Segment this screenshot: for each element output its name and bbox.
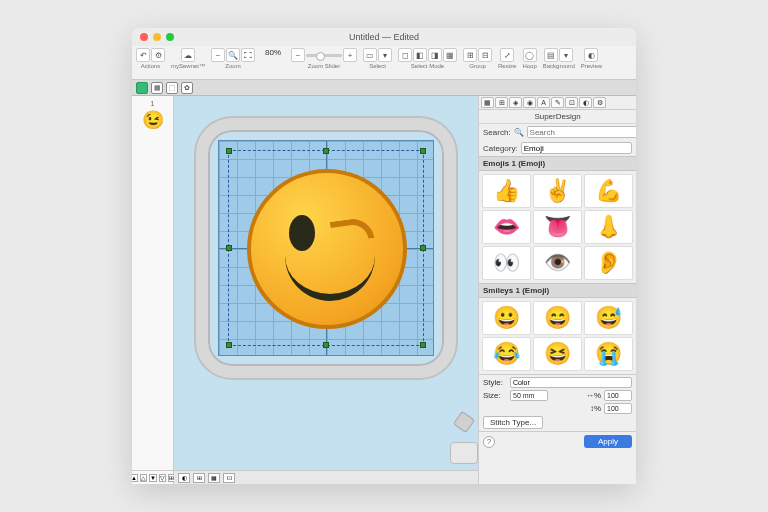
redo-button[interactable]: ⚙ [151, 48, 165, 62]
stitch-type-button[interactable]: Stitch Type... [483, 416, 543, 429]
tab-design[interactable] [136, 82, 148, 94]
emoji-item[interactable]: 👅 [533, 210, 582, 244]
toolbar-group-label: Group [469, 63, 486, 69]
select-rect-button[interactable]: ▭ [363, 48, 377, 62]
design-thumbnail[interactable]: 1 😉 [137, 100, 169, 133]
handle-r[interactable] [420, 245, 426, 251]
zoom-plus-button[interactable]: + [343, 48, 357, 62]
search-input[interactable] [527, 126, 636, 138]
width-pct-input[interactable]: 100 [604, 390, 632, 401]
cf-2[interactable]: ⊞ [193, 473, 205, 483]
toolbar-selmode-label: Select Mode [411, 63, 444, 69]
handle-t[interactable] [323, 148, 329, 154]
toolbar: ↶⚙Actions ☁mySewnet™ −🔍⛶Zoom 80% −+Zoom … [132, 46, 636, 80]
handle-tl[interactable] [226, 148, 232, 154]
zoom-fit-button[interactable]: ⛶ [241, 48, 255, 62]
cf-3[interactable]: ▦ [208, 473, 220, 483]
smiley-item[interactable]: 😂 [482, 337, 531, 371]
ptab-6[interactable]: ✎ [551, 97, 564, 108]
apply-button[interactable]: Apply [584, 435, 632, 448]
ptab-1[interactable]: ▦ [481, 97, 494, 108]
smiley-item[interactable]: 😅 [584, 301, 633, 335]
smiley-item[interactable]: 😭 [584, 337, 633, 371]
tab-2[interactable]: ▦ [151, 82, 163, 94]
search-label: Search: [483, 128, 511, 137]
hoop-button[interactable]: ◯ [523, 48, 537, 62]
left-footer: ▲ △ ▼ ▽ ⊞ [132, 470, 173, 484]
style-select[interactable] [510, 377, 632, 388]
selection-box[interactable] [228, 150, 424, 346]
zoom-slider[interactable] [306, 54, 342, 57]
zoom-minus-button[interactable]: − [291, 48, 305, 62]
titlebar: Untitled — Edited [132, 28, 636, 46]
handle-l[interactable] [226, 245, 232, 251]
lf-2[interactable]: △ [140, 474, 147, 482]
emoji-item[interactable]: 👀 [482, 246, 531, 280]
face-wink-brow [330, 216, 375, 244]
preview-button[interactable]: ◐ [584, 48, 598, 62]
ptab-7[interactable]: ⊡ [565, 97, 578, 108]
cf-1[interactable]: ◐ [178, 473, 190, 483]
smiley-item[interactable]: 😆 [533, 337, 582, 371]
ptab-5[interactable]: A [537, 97, 550, 108]
tab-4[interactable]: ✿ [181, 82, 193, 94]
superdesign-panel: ▦ ⊞ ◈ ◉ A ✎ ⊡ ◐ ⚙ SuperDesign Search: 🔍 … [478, 96, 636, 484]
handle-tr[interactable] [420, 148, 426, 154]
ptab-8[interactable]: ◐ [579, 97, 592, 108]
zoom-out-button[interactable]: − [211, 48, 225, 62]
minimize-icon[interactable] [153, 33, 161, 41]
panel-title: SuperDesign [479, 110, 636, 124]
size-label: Size: [483, 391, 507, 400]
lf-4[interactable]: ▽ [159, 474, 166, 482]
ptab-2[interactable]: ⊞ [495, 97, 508, 108]
height-pct-input[interactable]: 100 [604, 403, 632, 414]
emoji-item[interactable]: ✌️ [533, 174, 582, 208]
ungroup-button[interactable]: ⊟ [478, 48, 492, 62]
bg-button[interactable]: ▤ [544, 48, 558, 62]
ptab-3[interactable]: ◈ [509, 97, 522, 108]
select-drop-button[interactable]: ▾ [378, 48, 392, 62]
brand-button[interactable]: ☁ [181, 48, 195, 62]
ptab-4[interactable]: ◉ [523, 97, 536, 108]
handle-br[interactable] [420, 342, 426, 348]
mode-tabs: ▦ ⬚ ✿ [132, 80, 636, 96]
lf-1[interactable]: ▲ [132, 474, 138, 482]
size-input[interactable]: 50 mm [510, 390, 548, 401]
selmode-2[interactable]: ◧ [413, 48, 427, 62]
category-header-1: Emojis 1 (Emoji) [479, 156, 636, 171]
close-icon[interactable] [140, 33, 148, 41]
ptab-9[interactable]: ⚙ [593, 97, 606, 108]
bg-drop-button[interactable]: ▾ [559, 48, 573, 62]
cf-4[interactable]: ⊡ [223, 473, 235, 483]
undo-button[interactable]: ↶ [136, 48, 150, 62]
hoop-attachment [448, 414, 478, 464]
emoji-item[interactable]: 👂 [584, 246, 633, 280]
emoji-item[interactable]: 👃 [584, 210, 633, 244]
panel-options: Style: Size: 50 mm ↔% 100 ↕% 100 Stitch … [479, 374, 636, 431]
toolbar-zoom-label: Zoom [225, 63, 240, 69]
emoji-item[interactable]: 👄 [482, 210, 531, 244]
zoom-in-button[interactable]: 🔍 [226, 48, 240, 62]
selmode-1[interactable]: ◻ [398, 48, 412, 62]
group-button[interactable]: ⊞ [463, 48, 477, 62]
body: 1 😉 ▲ △ ▼ ▽ ⊞ [132, 96, 636, 484]
zoom-icon[interactable] [166, 33, 174, 41]
smiley-item[interactable]: 😄 [533, 301, 582, 335]
winking-face-design[interactable] [247, 169, 407, 329]
selmode-4[interactable]: ▦ [443, 48, 457, 62]
emoji-item[interactable]: 👍 [482, 174, 531, 208]
canvas-area[interactable]: ◐ ⊞ ▦ ⊡ [174, 96, 478, 484]
tab-3[interactable]: ⬚ [166, 82, 178, 94]
smiley-item[interactable]: 😀 [482, 301, 531, 335]
category-select[interactable] [521, 142, 632, 154]
handle-bl[interactable] [226, 342, 232, 348]
resize-button[interactable]: ⤢ [500, 48, 514, 62]
emoji-item[interactable]: 👁️ [533, 246, 582, 280]
handle-b[interactable] [323, 342, 329, 348]
lf-3[interactable]: ▼ [149, 474, 157, 482]
style-label: Style: [483, 378, 507, 387]
help-button[interactable]: ? [483, 436, 495, 448]
selmode-3[interactable]: ◨ [428, 48, 442, 62]
emoji-item[interactable]: 💪 [584, 174, 633, 208]
emoji-grid-2: 😀😄😅😂😆😭 [479, 298, 636, 374]
